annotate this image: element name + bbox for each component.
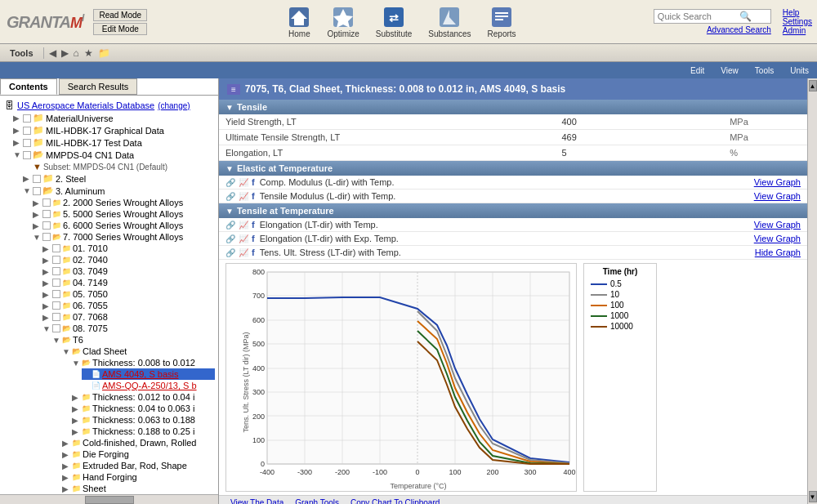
expand-icon[interactable]: ▶ (33, 198, 41, 207)
back-icon[interactable]: ◀ (47, 47, 58, 59)
tree-item-materialuniverse[interactable]: ▶ 📁 MaterialUniverse (13, 112, 215, 124)
expand-icon[interactable]: ▼ (23, 186, 31, 195)
elastic-section-header[interactable]: ▼ Elastic at Temperature (219, 161, 807, 176)
settings-link[interactable]: Settings (783, 17, 812, 26)
database-name[interactable]: US Aerospace Materials Database (17, 100, 154, 110)
view-graph-link-1[interactable]: View Graph (754, 177, 801, 187)
tree-item-t6[interactable]: ▼ 📂 T6 (52, 334, 215, 346)
forward-icon[interactable]: ▶ (60, 47, 70, 59)
optimize-nav-button[interactable]: Optimize (319, 3, 366, 41)
tree-item-7050[interactable]: ▶📁05. 7050 (42, 288, 215, 300)
expand-icon[interactable]: ▶ (13, 126, 21, 135)
tensile-at-temp-section-header[interactable]: ▼ Tensile at Temperature (219, 203, 807, 218)
checkbox[interactable] (23, 139, 31, 147)
tree-item-7075[interactable]: ▼ 📂 08. 7075 (42, 323, 215, 334)
link-icon-1[interactable]: 🔗 (225, 178, 235, 187)
tree-label-7040: 02. 7040 (73, 255, 108, 265)
tree-item-coldfinished[interactable]: ▶📁Cold-finished, Drawn, Rolled (62, 437, 215, 448)
tree-item-thickness3[interactable]: ▶📁Thickness: 0.04 to 0.063 i (72, 403, 215, 414)
view-data-button[interactable]: View The Data (225, 497, 288, 504)
tab-search-results[interactable]: Search Results (59, 78, 138, 95)
graph-tools-button[interactable]: Graph Tools (290, 497, 344, 504)
checkbox[interactable] (42, 221, 51, 230)
tree-item-milhdbk17test[interactable]: ▶ 📁 MIL-HDBK-17 Test Data (13, 136, 215, 149)
hide-graph-link[interactable]: Hide Graph (755, 248, 801, 257)
view-graph-link-2[interactable]: View Graph (754, 191, 801, 201)
substances-nav-button[interactable]: Substances (421, 3, 478, 41)
expand-icon[interactable]: ▼ (33, 233, 41, 242)
tree-item-5000series[interactable]: ▶ 📁 5. 5000 Series Wrought Alloys (33, 208, 215, 220)
tree-label-subset: Subset: MMPDS-04 CN1 (Default) (43, 163, 167, 172)
database-change[interactable]: (change) (158, 101, 190, 110)
tree-item-milhdbk17graphical[interactable]: ▶ 📁 MIL-HDBK-17 Graphical Data (13, 124, 215, 136)
link-icon-5[interactable]: 🔗 (225, 248, 235, 257)
reports-icon (490, 6, 513, 29)
tree-item-handforging[interactable]: ▶📁Hand Forging (62, 471, 215, 483)
right-scrollbar[interactable]: ▲ ▼ (807, 78, 817, 504)
checkbox[interactable] (42, 233, 51, 241)
checkbox[interactable] (33, 187, 41, 195)
search-input[interactable] (658, 11, 739, 21)
tab-contents[interactable]: Contents (0, 78, 57, 95)
view-graph-link-4[interactable]: View Graph (754, 234, 801, 243)
units-action-button[interactable]: Units (785, 66, 814, 75)
expand-icon[interactable]: ▶ (13, 138, 21, 147)
tree-item-dieforging[interactable]: ▶📁Die Forging (62, 448, 215, 460)
tree-item-aluminum[interactable]: ▼ 📂 3. Aluminum (23, 185, 215, 197)
expand-icon[interactable]: ▶ (33, 221, 41, 230)
aluminum-children: ▶ 📁 2. 2000 Series Wrought Alloys ▶ 📁 5.… (33, 197, 215, 494)
bookmark-icon[interactable]: ★ (83, 47, 95, 59)
expand-icon[interactable]: ▼ (13, 150, 21, 159)
folder-icon[interactable]: 📁 (96, 47, 112, 59)
advanced-search-link[interactable]: Advanced Search (654, 25, 771, 34)
tree-item-mmpds04[interactable]: ▼ 📂 MMPDS-04 CN1 Data (13, 149, 215, 161)
tree-item-7000series[interactable]: ▼ 📂 7. 7000 Series Wrought Alloys (33, 231, 215, 243)
tools-action-button[interactable]: Tools (750, 66, 779, 75)
view-action-button[interactable]: View (716, 66, 743, 75)
tree-item-7149[interactable]: ▶📁04. 7149 (42, 277, 215, 288)
tree-item-thickness1[interactable]: ▼ 📂 Thickness: 0.008 to 0.012 (72, 357, 215, 368)
link-icon-3[interactable]: 🔗 (225, 221, 235, 230)
sidebar-scrollbar[interactable] (0, 494, 218, 504)
tree-item-extruded[interactable]: ▶📁Extruded Bar, Rod, Shape (62, 460, 215, 471)
tree-item-7040[interactable]: ▶📁02. 7040 (42, 254, 215, 265)
tree-item-thickness5[interactable]: ▶📁Thickness: 0.188 to 0.25 i (72, 426, 215, 437)
expand-icon[interactable]: ▶ (13, 114, 21, 123)
tree-item-2000series[interactable]: ▶ 📁 2. 2000 Series Wrought Alloys (33, 197, 215, 208)
tree-item-thickness2[interactable]: ▶📁Thickness: 0.012 to 0.04 i (72, 391, 215, 403)
tree-item-sheet[interactable]: ▶📁Sheet (62, 483, 215, 494)
edit-mode-button[interactable]: Edit Mode (93, 23, 147, 35)
read-mode-button[interactable]: Read Mode (93, 9, 147, 21)
checkbox[interactable] (33, 175, 41, 183)
admin-link[interactable]: Admin (783, 26, 812, 35)
tree-item-7049[interactable]: ▶📁03. 7049 (42, 265, 215, 277)
substitute-nav-button[interactable]: ⇄ Substitute (368, 3, 419, 41)
home-toolbar-icon[interactable]: ⌂ (72, 47, 81, 59)
edit-action-button[interactable]: Edit (685, 66, 709, 75)
tree-item-7010[interactable]: ▶📁01. 7010 (42, 243, 215, 254)
help-link[interactable]: Help (783, 8, 812, 17)
tree-item-amsqq[interactable]: 📄 AMS-QQ-A-250/13, S b (82, 380, 215, 391)
checkbox[interactable] (23, 151, 31, 159)
tree-item-7068[interactable]: ▶📁07. 7068 (42, 311, 215, 323)
link-icon-4[interactable]: 🔗 (225, 234, 235, 243)
checkbox[interactable] (42, 198, 51, 207)
tensile-section-header[interactable]: ▼ Tensile (219, 100, 807, 114)
home-nav-button[interactable]: Home (280, 3, 318, 41)
expand-icon[interactable]: ▶ (33, 210, 41, 219)
tree-item-6000series[interactable]: ▶ 📁 6. 6000 Series Wrought Alloys (33, 220, 215, 231)
checkbox[interactable] (42, 210, 51, 218)
tree-item-cladsheet[interactable]: ▼ 📂 Clad Sheet (62, 346, 215, 357)
expand-icon[interactable]: ▶ (23, 174, 31, 183)
tree-item-7055[interactable]: ▶📁06. 7055 (42, 300, 215, 311)
search-box[interactable]: 🔍 (654, 9, 771, 24)
tree-item-ams4049[interactable]: 📄 AMS 4049, S basis (82, 368, 215, 380)
checkbox[interactable] (23, 127, 31, 135)
link-icon-2[interactable]: 🔗 (225, 192, 235, 201)
tree-item-steel[interactable]: ▶ 📁 2. Steel (23, 172, 215, 185)
reports-nav-button[interactable]: Reports (480, 3, 524, 41)
copy-chart-button[interactable]: Copy Chart To Clipboard (346, 497, 444, 504)
tree-item-thickness4[interactable]: ▶📁Thickness: 0.063 to 0.188 (72, 414, 215, 426)
view-graph-link-3[interactable]: View Graph (754, 220, 801, 230)
checkbox-materialuniverse[interactable] (23, 114, 31, 123)
